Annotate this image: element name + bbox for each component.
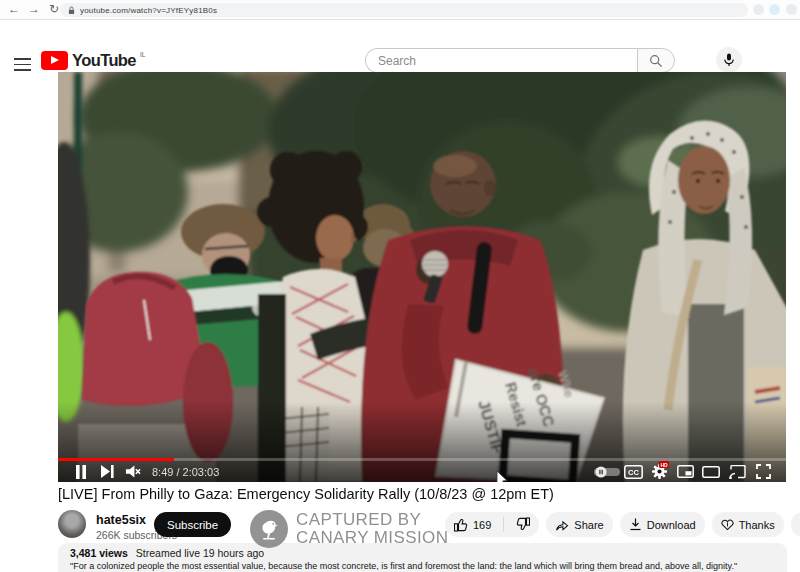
share-label: Share <box>574 519 603 531</box>
divider <box>503 517 504 532</box>
autoplay-toggle[interactable] <box>594 462 620 482</box>
fullscreen-icon <box>756 464 771 479</box>
canary-logo-icon <box>250 510 288 548</box>
region-code: IL <box>140 51 145 58</box>
youtube-play-icon <box>41 51 68 70</box>
miniplayer-button[interactable] <box>672 462 698 482</box>
browser-extension-icon[interactable] <box>769 4 780 15</box>
settings-button[interactable]: HD <box>646 462 672 482</box>
mouse-cursor <box>496 471 509 482</box>
search-icon <box>649 54 663 68</box>
streamed-info: Streamed live 19 hours ago <box>136 547 264 559</box>
captions-button[interactable]: CC <box>620 462 646 482</box>
search-bar <box>365 48 675 73</box>
fullscreen-button[interactable] <box>750 462 776 482</box>
save-button[interactable]: Save <box>791 512 800 537</box>
video-stats: 3,481 views Streamed live 19 hours ago <box>70 547 775 559</box>
download-label: Download <box>647 519 696 531</box>
theater-icon <box>702 466 720 478</box>
pause-button[interactable] <box>68 462 94 482</box>
like-dislike-pill: 169 <box>445 512 539 537</box>
thumbs-up-icon <box>454 518 468 532</box>
share-icon <box>555 519 569 531</box>
download-button[interactable]: Download <box>620 512 705 537</box>
player-controls: 8:49 / 2:03:03 CC <box>58 461 786 482</box>
miniplayer-icon <box>677 465 694 478</box>
url-text: youtube.com/watch?v=JYfEYy81B0s <box>80 6 217 15</box>
youtube-wordmark: YouTube <box>72 51 136 70</box>
next-button[interactable] <box>94 462 120 482</box>
thanks-label: Thanks <box>739 519 775 531</box>
microphone-icon <box>723 53 735 67</box>
search-input[interactable] <box>365 48 637 73</box>
voice-search-button[interactable] <box>716 47 742 73</box>
watermark-line1: CAPTURED BY <box>296 511 448 529</box>
like-count: 169 <box>473 519 491 531</box>
cast-icon <box>729 465 746 479</box>
thanks-button[interactable]: Thanks <box>712 512 784 537</box>
browser-extension-icon[interactable] <box>753 4 764 15</box>
address-bar[interactable]: youtube.com/watch?v=JYfEYy81B0s <box>60 3 748 17</box>
view-count: 3,481 views <box>70 547 128 559</box>
next-icon <box>101 465 114 478</box>
browser-forward-icon[interactable]: → <box>26 2 42 16</box>
youtube-logo[interactable]: YouTube IL <box>41 51 145 70</box>
dislike-button[interactable] <box>516 517 530 533</box>
thumbs-down-icon <box>516 517 530 531</box>
share-button[interactable]: Share <box>546 512 612 537</box>
watermark-line2: CANARY MISSION <box>296 529 448 547</box>
menu-icon[interactable] <box>14 58 31 75</box>
thanks-heart-icon <box>721 518 734 531</box>
theater-mode-button[interactable] <box>698 462 724 482</box>
subscribe-button[interactable]: Subscribe <box>154 512 231 537</box>
download-icon <box>629 518 642 531</box>
padlock-icon <box>68 6 75 15</box>
browser-back-icon[interactable]: ← <box>6 2 22 16</box>
browser-toolbar: ← → ↻ youtube.com/watch?v=JYfEYy81B0s <box>0 0 800 20</box>
pause-icon <box>75 465 87 479</box>
youtube-header: YouTube IL <box>0 21 800 71</box>
cc-icon: CC <box>624 465 643 479</box>
muted-speaker-icon <box>125 464 141 479</box>
canary-mission-watermark: CAPTURED BY CANARY MISSION <box>250 510 448 548</box>
search-button[interactable] <box>637 48 675 73</box>
video-player[interactable]: Whe are OCC Resist JUSTIF <box>58 72 786 482</box>
svg-text:CC: CC <box>628 468 639 477</box>
video-title: [LIVE] From Philly to Gaza: Emergency So… <box>58 486 778 502</box>
channel-name[interactable]: hate5six <box>96 513 146 527</box>
browser-profile-icon[interactable] <box>786 4 797 15</box>
autoplay-toggle-icon <box>594 466 620 478</box>
like-button[interactable]: 169 <box>454 518 491 532</box>
channel-avatar[interactable] <box>58 510 86 538</box>
hd-quality-badge: HD <box>659 461 669 468</box>
volume-button[interactable] <box>120 462 146 482</box>
time-display: 8:49 / 2:03:03 <box>152 466 219 478</box>
video-action-bar: 169 Share Download Thanks <box>445 512 800 537</box>
cast-button[interactable] <box>724 462 750 482</box>
description-text: "For a colonized people the most essenti… <box>70 561 775 571</box>
